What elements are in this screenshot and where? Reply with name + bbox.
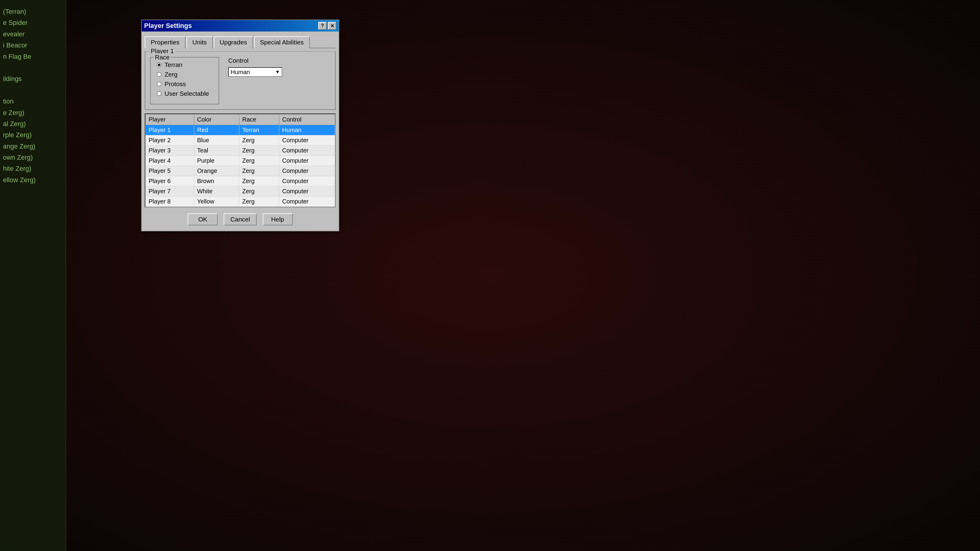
tab-units[interactable]: Units [186,36,213,48]
cell-color: Orange [194,166,239,176]
dropdown-arrow-icon: ▼ [275,69,280,75]
sidebar-item: evealer [3,29,63,40]
table-row[interactable]: Player 4PurpleZergComputer [146,156,335,166]
tab-upgrades[interactable]: Upgrades [214,36,253,48]
sidebar-item: e Zerg) [3,107,63,118]
table-row[interactable]: Player 7WhiteZergComputer [146,186,335,197]
sidebar-item: rple Zerg) [3,129,63,140]
sidebar-item: i Beacor [3,40,63,51]
tab-properties[interactable]: Properties [145,36,186,48]
cell-color: Red [194,125,239,135]
cell-control: Computer [279,186,335,197]
control-section: Control Human ▼ [228,57,282,77]
cell-race: Zerg [239,186,279,197]
race-group: Race Terran Zerg Protoss [150,57,219,105]
cell-control: Human [279,125,335,135]
player1-group: Player 1 Race Terran Zerg Protoss [145,51,336,110]
cell-race: Zerg [239,146,279,156]
cell-race: Terran [239,125,279,135]
players-table: Player Color Race Control Play [145,114,335,207]
sidebar-item: e Spider [3,17,63,28]
sidebar-item: ildings [3,73,63,84]
cell-control: Computer [279,156,335,166]
radio-user-selectable[interactable] [157,91,162,96]
cell-control: Computer [279,146,335,156]
cell-control: Computer [279,176,335,186]
table-row[interactable]: Player 5OrangeZergComputer [146,166,335,176]
cell-color: Teal [194,146,239,156]
sidebar-item: tion [3,96,63,107]
race-option-user-selectable[interactable]: User Selectable [157,90,213,97]
tabs-container: Properties Units Upgrades Special Abilit… [145,35,336,48]
cell-control: Computer [279,197,335,207]
cell-color: Purple [194,156,239,166]
cell-player: Player 8 [146,197,194,207]
control-label: Control [228,57,282,64]
sidebar-item: (Terran) [3,6,63,17]
table-row[interactable]: Player 3TealZergComputer [146,146,335,156]
cell-color: Yellow [194,197,239,207]
table-row[interactable]: Player 8YellowZergComputer [146,197,335,207]
radio-protoss[interactable] [157,82,162,86]
sidebar-left: (Terran) e Spider evealer i Beacor n Fla… [0,0,66,551]
dialog-title: Player Settings [144,22,192,30]
player-section-inner: Race Terran Zerg Protoss [150,57,330,105]
race-option-protoss[interactable]: Protoss [157,81,213,87]
cancel-button[interactable]: Cancel [224,213,256,225]
player-settings-dialog: Player Settings ? ✕ Properties Units Upg… [141,19,339,231]
col-header-control: Control [279,114,335,125]
cell-player: Player 5 [146,166,194,176]
race-option-terran[interactable]: Terran [157,61,213,68]
race-option-zerg[interactable]: Zerg [157,71,213,78]
dialog-body: Properties Units Upgrades Special Abilit… [142,32,339,231]
dialog-titlebar: Player Settings ? ✕ [142,20,339,32]
ok-button[interactable]: OK [188,213,218,225]
cell-color: Brown [194,176,239,186]
cell-color: Blue [194,135,239,146]
cell-player: Player 2 [146,135,194,146]
table-row[interactable]: Player 1RedTerranHuman [146,125,335,135]
sidebar-item: ellow Zerg) [3,175,63,186]
cell-control: Computer [279,135,335,146]
table-row[interactable]: Player 2BlueZergComputer [146,135,335,146]
control-dropdown[interactable]: Human ▼ [228,67,282,77]
col-header-player: Player [146,114,194,125]
sidebar-item: al Zerg) [3,118,63,129]
cell-player: Player 3 [146,146,194,156]
table-row[interactable]: Player 6BrownZergComputer [146,176,335,186]
cell-race: Zerg [239,176,279,186]
sidebar-item: hite Zerg) [3,163,63,174]
players-table-wrapper: Player Color Race Control Play [145,113,336,207]
cell-race: Zerg [239,166,279,176]
radio-terran[interactable] [157,62,162,67]
close-button[interactable]: ✕ [328,22,336,30]
sidebar-item: own Zerg) [3,152,63,163]
help-dialog-button[interactable]: Help [263,213,293,225]
dialog-buttons: OK Cancel Help [145,211,336,228]
cell-player: Player 6 [146,176,194,186]
titlebar-buttons: ? ✕ [318,22,336,30]
radio-zerg[interactable] [157,72,162,77]
sidebar-item: n Flag Be [3,51,63,62]
cell-race: Zerg [239,135,279,146]
race-group-label: Race [154,54,171,61]
cell-control: Computer [279,166,335,176]
cell-race: Zerg [239,197,279,207]
tab-special-abilities[interactable]: Special Abilities [254,36,310,48]
cell-race: Zerg [239,156,279,166]
col-header-race: Race [239,114,279,125]
help-button[interactable]: ? [318,22,327,30]
cell-player: Player 4 [146,156,194,166]
col-header-color: Color [194,114,239,125]
cell-color: White [194,186,239,197]
cell-player: Player 7 [146,186,194,197]
cell-player: Player 1 [146,125,194,135]
sidebar-item: ange Zerg) [3,141,63,152]
